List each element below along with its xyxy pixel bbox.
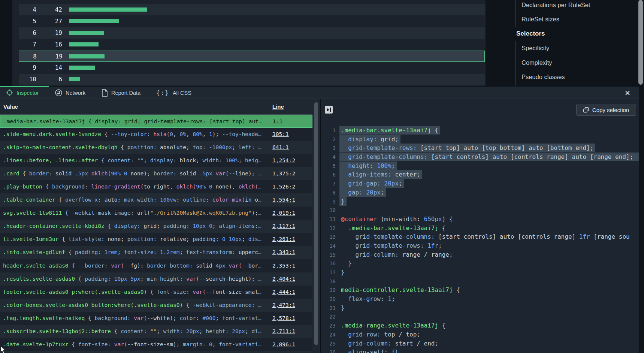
line-link[interactable]: 2,353:1 [272, 263, 295, 269]
line-link[interactable]: 2,473:1 [272, 302, 295, 308]
rule-value: .play.svelte-1p7tuxr { display: flex; ga… [3, 351, 264, 353]
code-line: 4 grid-template-columns: [start controls… [321, 153, 639, 162]
tab-all-css[interactable]: {:}All CSS [156, 87, 191, 99]
table-row[interactable]: .card { border: solid .5px oklch(90% 0 n… [0, 167, 312, 180]
table-row[interactable]: .date.svelte-1p7tuxr { font-size: var(--… [0, 338, 312, 351]
line-link[interactable]: 2,343:1 [272, 249, 295, 255]
css-rules-table: Value Line .media-bar.svelte-13aai7j { d… [0, 99, 312, 353]
sidebar-item-ruleset-sizes[interactable]: RuleSet sizes [521, 14, 559, 24]
column-divider [268, 115, 268, 353]
histogram-row[interactable]: 914 [19, 62, 485, 73]
code-line: 18 [321, 277, 639, 286]
line-cell: 2,353:1 [272, 259, 295, 272]
declarations-histogram: 3442527619716819914106 [12, 0, 486, 86]
histogram-row[interactable]: 819 [19, 51, 485, 62]
line-link[interactable]: 2,444:1 [272, 289, 295, 295]
close-icon[interactable]: ✕ [623, 88, 632, 98]
code-line: 5 height: 100%; [321, 162, 639, 171]
sidebar-item-declarations-per-ruleset[interactable]: Declarations per RuleSet [521, 0, 590, 10]
row-count: 6 [40, 74, 62, 85]
table-row[interactable]: header.svelte-asdas0 { --border: var(--f… [0, 259, 312, 272]
tab-network[interactable]: Network [55, 87, 85, 99]
code-lines[interactable]: 1.media-bar.svelte-13aai7j {2 display: g… [321, 126, 639, 353]
histogram-row[interactable]: 442 [19, 4, 485, 15]
line-link[interactable]: 2,019:1 [272, 210, 295, 216]
line-link[interactable]: 641:1 [272, 144, 289, 150]
table-row[interactable]: .info.svelte-gd1unf { padding: 1rem; fon… [0, 246, 312, 259]
line-link[interactable]: 2,578:1 [272, 315, 295, 321]
line-number: 16 [321, 259, 341, 268]
line-link[interactable]: 2,117:1 [272, 223, 295, 229]
table-row[interactable]: .color-boxes.svelte-asdas0 button:where(… [0, 299, 312, 312]
table-scrollbar[interactable] [313, 99, 320, 353]
line-cell: 1:1 [273, 115, 282, 128]
line-cell: 2,261:1 [272, 233, 295, 246]
line-cell: 1,554:1 [272, 193, 295, 206]
table-row[interactable]: .header-container.svelte-kbdi8z { displa… [0, 220, 312, 233]
sidebar-item-complexity[interactable]: Complexity [521, 58, 552, 67]
page-scrollbar[interactable] [638, 0, 643, 85]
code-line: 19media-controller.svelte-13aai7j { [321, 286, 639, 295]
row-count: 19 [40, 27, 62, 39]
code-line: 24 grid-row: top / top; [321, 330, 639, 339]
line-number: 6 [321, 171, 341, 179]
table-row[interactable]: li.svelte-1ume3ur { list-style: none; po… [0, 233, 312, 246]
panel-toggle-icon[interactable] [325, 106, 333, 114]
table-row[interactable]: .side-menu.dark.svelte-1vsndze { --toy-c… [0, 128, 312, 141]
tab-report-data[interactable]: Report Data [102, 87, 140, 99]
histogram-row[interactable]: 716 [19, 39, 485, 50]
table-row[interactable]: .subscribe.svelte-13gboj2::before { cont… [0, 325, 312, 338]
histogram-row[interactable]: 619 [19, 27, 485, 39]
histogram-row[interactable]: 527 [19, 16, 485, 27]
line-link[interactable]: 2,261:1 [272, 236, 295, 242]
code-line: 22 [321, 312, 639, 321]
code-line: 1.media-bar.svelte-13aai7j { [321, 126, 639, 135]
column-header-value[interactable]: Value [3, 99, 18, 114]
table-row[interactable]: .table-container { overflow-x: auto; max… [0, 193, 312, 206]
line-number: 11 [321, 215, 341, 224]
sidebar-item-pseudo-classes[interactable]: Pseudo classes [521, 72, 565, 82]
table-row[interactable]: footer.svelte-asdas0 p:where(.svelte-asd… [0, 286, 312, 299]
rule-value: .date.svelte-1p7tuxr { font-size: var(--… [3, 338, 264, 351]
copy-selection-button[interactable]: Copy selection [576, 104, 636, 116]
line-link[interactable]: 305:1 [272, 131, 289, 137]
line-link[interactable]: 2,896:1 [272, 341, 295, 347]
row-bar [69, 77, 80, 81]
row-bar [69, 7, 147, 12]
sidebar-item-selectors: Selectors [516, 29, 545, 39]
line-link[interactable]: 1:1 [273, 118, 282, 124]
line-link[interactable]: 1,526:2 [272, 184, 295, 190]
line-link[interactable]: 2,404:1 [272, 276, 295, 282]
table-row-partial[interactable]: .play.svelte-1p7tuxr { display: flex; ga… [0, 351, 312, 353]
row-bar [69, 42, 99, 46]
line-number: 2 [321, 135, 341, 144]
rule-value: .media-bar.svelte-13aai7j { display: gri… [3, 115, 265, 128]
table-row[interactable]: .media-bar.svelte-13aai7j { display: gri… [0, 115, 312, 128]
rule-value: .card { border: solid .5px oklch(90% 0 n… [3, 167, 264, 180]
line-link[interactable]: 1,254:2 [272, 157, 295, 163]
line-link[interactable]: 1,554:1 [272, 197, 295, 203]
line-cell: 1,254:2 [272, 154, 295, 167]
line-link[interactable]: 1,375:2 [272, 171, 295, 176]
rule-value: header.svelte-asdas0 { --border: var(--f… [3, 259, 264, 272]
tab-inspector[interactable]: Inspector [6, 87, 39, 99]
table-row[interactable]: .tag.length.svelte-naikeq { background: … [0, 312, 312, 325]
row-category: 3 [19, 0, 36, 4]
row-category: 5 [19, 16, 36, 27]
report-nav: Declarations per RuleSetRuleSet sizesSel… [486, 0, 639, 86]
rule-value: .subscribe.svelte-13gboj2::before { cont… [3, 325, 264, 338]
table-header: Value Line [0, 99, 312, 115]
sidebar-item-specificity[interactable]: Specificity [521, 43, 549, 53]
table-row[interactable]: .results.svelte-asdas0 { padding: 10px 5… [0, 272, 312, 286]
table-row[interactable]: .play-button { background: linear-gradie… [0, 180, 312, 193]
column-header-line[interactable]: Line [272, 99, 284, 114]
table-row[interactable]: svg.svelte-1tw8111 { -webkit-mask-image:… [0, 206, 312, 220]
line-link[interactable]: 2,711:1 [272, 328, 295, 334]
scrollbar-thumb[interactable] [314, 102, 318, 345]
row-category: 9 [19, 62, 36, 73]
histogram-row[interactable]: 106 [19, 74, 485, 85]
tab-label: Inspector [16, 90, 39, 96]
histogram-row[interactable]: 3 [19, 0, 485, 4]
table-row[interactable]: .lines::before, .lines::after { content:… [0, 154, 312, 167]
table-row[interactable]: .skip-to-main-content.svelte-dbylqh { po… [0, 141, 312, 154]
